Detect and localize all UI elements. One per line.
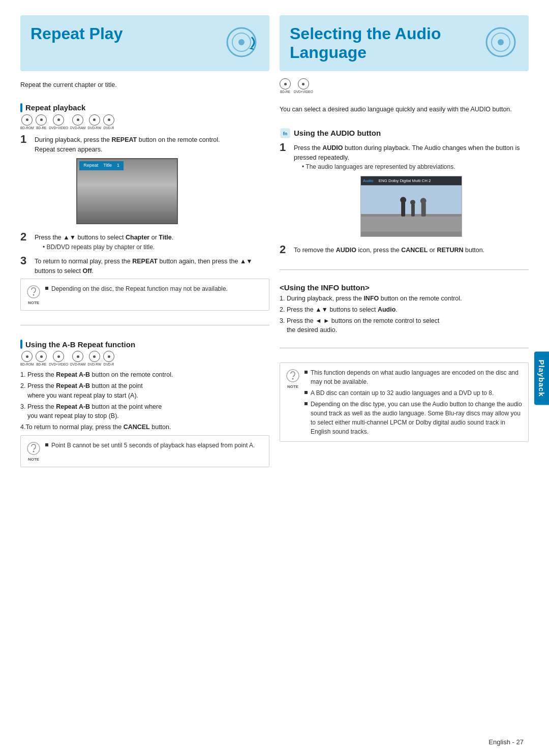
svg-point-27	[292, 378, 294, 380]
divider-3	[280, 348, 529, 348]
svg-point-18	[400, 197, 406, 203]
step-3: 3 To return to normal play, press the RE…	[20, 255, 269, 276]
ab-step-4: 4.To return to normal play, press the CA…	[20, 422, 269, 432]
svg-point-10	[498, 39, 504, 45]
disc-bdre: BD-RE	[36, 114, 47, 130]
disc-bdrom: BD-ROM	[20, 114, 34, 130]
heading-bar	[20, 103, 22, 112]
note-content-ab: Point B cannot be set until 5 seconds of…	[45, 441, 255, 450]
disc-dvdram: DVD-RAM	[70, 114, 85, 130]
note-box-ab: NOTE Point B cannot be set until 5 secon…	[20, 435, 269, 467]
step-1: 1 During playback, press the REPEAT butt…	[20, 134, 269, 229]
heading-bar-2	[20, 340, 22, 349]
audio-step-2: 2 To remove the AUDIO icon, press the CA…	[280, 244, 529, 255]
divider-2	[280, 269, 529, 270]
disc-icons-ab: BD-ROM BD-RE DVD+VIDEO DVD-RAM DVD-RW DV…	[20, 351, 269, 366]
svg-text:ENG Dolby Digital Multi CH 2: ENG Dolby Digital Multi CH 2	[379, 178, 431, 183]
divider-1	[20, 325, 269, 325]
info-step-1: 1. During playback, press the INFO butto…	[280, 294, 529, 304]
repeat-play-icon	[224, 24, 259, 60]
repeat-playback-section: Repeat playback BD-ROM BD-RE DVD+VIDEO	[20, 100, 269, 314]
audio-disc-icons-header: BD-RE DVD+VIDEO	[280, 78, 529, 94]
screenshot-overlay: Repeat Title 1	[79, 161, 124, 170]
svg-point-20	[410, 200, 415, 205]
info-button-heading: <Using the INFO button>	[280, 283, 529, 292]
disc-icons-repeat: BD-ROM BD-RE DVD+VIDEO DVD-RAM DVD-RW	[20, 114, 269, 130]
ab-step-1: 1. Press the Repeat A-B button on the re…	[20, 370, 269, 380]
svg-rect-19	[411, 204, 415, 217]
right-column: Selecting the Audio Language BD-RE DVD+V…	[280, 15, 529, 741]
note-icon-ab	[26, 441, 41, 456]
repeat-play-header: Repeat Play	[20, 15, 269, 71]
svg-point-22	[420, 198, 426, 204]
repeat-play-intro: Repeat the current chapter or title.	[20, 80, 269, 90]
info-step-2: 2. Press the ▲▼ buttons to select Audio.	[280, 305, 529, 315]
audio-lang-intro: You can select a desired audio language …	[280, 105, 529, 114]
audio-lang-icon	[483, 24, 518, 60]
audio-step-1: 1 Press the AUDIO button during playback…	[280, 142, 529, 241]
svg-point-7	[33, 450, 35, 452]
note-icon	[26, 284, 41, 299]
svg-rect-17	[401, 201, 405, 217]
note-content-repeat: Depending on the disc, the Repeat functi…	[45, 284, 228, 293]
audio-lang-header: Selecting the Audio Language	[280, 15, 529, 71]
ab-repeat-section: Using the A-B Repeat function BD-ROM BD-…	[20, 337, 269, 470]
footer-page-number: English - 27	[489, 738, 524, 746]
note-box-audio: NOTE This function depends on what audio…	[280, 362, 529, 442]
note-icon-audio	[285, 368, 300, 383]
disc-dvdvideo: DVD+VIDEO	[49, 114, 68, 130]
playback-sidebar-tab: Playback	[534, 351, 549, 405]
info-button-section: <Using the INFO button> 1. During playba…	[280, 281, 529, 337]
svg-point-5	[33, 294, 35, 296]
left-column: Repeat Play Repeat the current chapter o…	[20, 15, 269, 741]
note-box-repeat: NOTE Depending on the disc, the Repeat f…	[20, 279, 269, 311]
disc-dvdrw: DVD-RW	[87, 114, 101, 130]
repeat-play-title: Repeat Play	[30, 24, 123, 43]
disc-dvdr: DVD-R	[103, 114, 114, 130]
audio-button-heading: fn Using the AUDIO button	[280, 128, 529, 139]
step-2: 2 Press the ▲▼ buttons to select Chapter…	[20, 231, 269, 252]
ab-step-3: 3. Press the Repeat A-B button at the po…	[20, 402, 269, 421]
repeat-playback-heading: Repeat playback	[20, 103, 269, 112]
svg-text:Audio: Audio	[363, 178, 374, 183]
svg-rect-21	[421, 202, 426, 217]
svg-rect-15	[361, 217, 462, 232]
svg-point-2	[238, 39, 245, 45]
audio-button-section: fn Using the AUDIO button 1 Press the AU…	[280, 125, 529, 258]
page: Repeat Play Repeat the current chapter o…	[0, 0, 549, 756]
info-step-3: 3. Press the ◄ ► buttons on the remote c…	[280, 316, 529, 336]
ab-step-2: 2. Press the Repeat A-B button at the po…	[20, 381, 269, 401]
audio-btn-icon: fn	[280, 128, 291, 139]
svg-text:fn: fn	[283, 131, 288, 136]
note-content-audio: This function depends on what audio lang…	[304, 368, 522, 436]
audio-screenshot: Audio ENG Dolby Digital Multi CH 2	[360, 176, 462, 237]
repeat-screenshot: Repeat Title 1	[76, 158, 178, 224]
ab-repeat-heading: Using the A-B Repeat function	[20, 340, 269, 349]
note-label: NOTE	[28, 300, 39, 305]
audio-lang-title: Selecting the Audio Language	[290, 24, 441, 62]
